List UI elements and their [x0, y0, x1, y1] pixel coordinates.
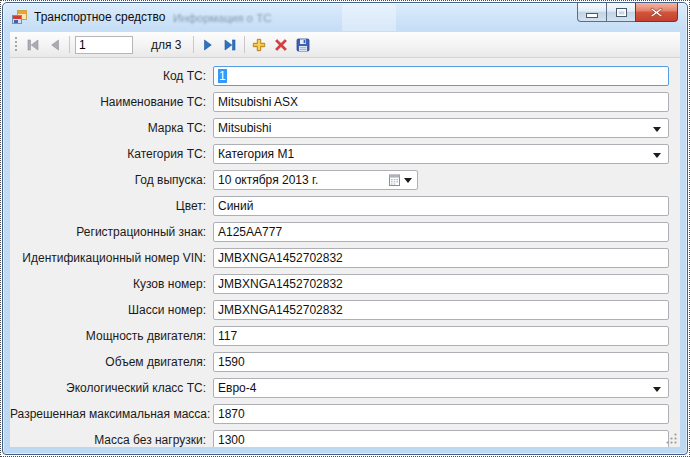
add-new-button[interactable] — [248, 34, 270, 56]
delete-x-icon — [273, 37, 289, 53]
record-count-label: для 3 — [151, 38, 182, 52]
chevron-down-icon — [404, 178, 412, 183]
toolbar-separator — [69, 36, 70, 53]
save-button[interactable] — [292, 34, 314, 56]
minimize-icon — [586, 13, 598, 18]
next-record-icon — [200, 37, 216, 53]
first-record-icon — [25, 37, 41, 53]
field-value: JMBXNGA1452702832 — [218, 303, 343, 317]
chassis-number-input[interactable]: JMBXNGA1452702832 — [213, 300, 669, 320]
field-value: Mitsubishi — [218, 121, 271, 135]
vehicle-name-input[interactable]: Mitsubishi ASX — [213, 92, 669, 112]
winforms-window-icon — [12, 10, 28, 25]
toolbar-separator — [244, 36, 245, 53]
form-row: Марка ТС: Mitsubishi — [10, 115, 680, 141]
form-row: Шасси номер: JMBXNGA1452702832 — [10, 297, 680, 323]
category-label: Категория ТС: — [10, 147, 213, 161]
field-value: Категория M1 — [218, 147, 294, 161]
registration-plate-input[interactable]: A125AA777 — [213, 222, 669, 242]
form-row: Код ТС: 1 — [10, 63, 680, 89]
move-next-button[interactable] — [197, 34, 219, 56]
last-record-icon — [222, 37, 238, 53]
max-mass-label: Разрешенная максимальная масса: — [10, 407, 213, 421]
calendar-dropdown-button[interactable] — [387, 172, 414, 188]
category-combobox[interactable]: Категория M1 — [213, 144, 669, 164]
add-plus-icon — [251, 37, 267, 53]
form-fields: Код ТС: 1 Наименование ТС: Mitsubishi AS… — [10, 59, 680, 447]
form-row: Объем двигателя: 1590 — [10, 349, 680, 375]
field-value: 117 — [218, 329, 237, 343]
vehicle-code-input[interactable]: 1 — [213, 66, 669, 86]
form-row: Идентификационный номер VIN: JMBXNGA1452… — [10, 245, 680, 271]
chevron-down-icon[interactable] — [653, 127, 661, 132]
resize-grip-icon[interactable] — [665, 432, 678, 445]
form-row: Год выпуска: 10 октября 2013 г. — [10, 167, 680, 193]
registration-plate-label: Регистрационный знак: — [10, 225, 213, 239]
year-of-issue-label: Год выпуска: — [10, 173, 213, 187]
eco-class-label: Экологический класс ТС: — [10, 381, 213, 395]
app-window: Транспортное средство Информация о ТС — [2, 2, 688, 455]
window-controls — [577, 3, 678, 22]
unladen-mass-label: Масса без нагрузки: — [10, 433, 213, 447]
unladen-mass-input[interactable]: 1300 — [213, 430, 669, 447]
field-value: 1590 — [218, 355, 245, 369]
form-row: Регистрационный знак: A125AA777 — [10, 219, 680, 245]
vehicle-code-label: Код ТС: — [10, 69, 213, 83]
maximize-icon — [616, 8, 627, 17]
calendar-icon — [389, 174, 400, 186]
color-input[interactable]: Синий — [213, 196, 669, 216]
delete-button[interactable] — [270, 34, 292, 56]
window-title: Транспортное средство — [34, 10, 166, 24]
body-number-input[interactable]: JMBXNGA1452702832 — [213, 274, 669, 294]
previous-record-icon — [47, 37, 63, 53]
form-row: Экологический класс ТС: Евро-4 — [10, 375, 680, 401]
close-button[interactable] — [635, 3, 678, 22]
field-value: Евро-4 — [218, 381, 256, 395]
field-value: JMBXNGA1452702832 — [218, 251, 343, 265]
field-value: Синий — [218, 199, 253, 213]
move-previous-button[interactable] — [44, 34, 66, 56]
chassis-number-label: Шасси номер: — [10, 303, 213, 317]
background-window-glimpse — [342, 4, 396, 31]
form-row: Кузов номер: JMBXNGA1452702832 — [10, 271, 680, 297]
field-value: Mitsubishi ASX — [218, 95, 298, 109]
engine-power-label: Мощность двигателя: — [10, 329, 213, 343]
body-number-label: Кузов номер: — [10, 277, 213, 291]
engine-volume-label: Объем двигателя: — [10, 355, 213, 369]
binding-navigator-toolbar: для 3 — [10, 32, 680, 58]
field-value: 1 — [218, 69, 227, 83]
year-of-issue-datepicker[interactable]: 10 октября 2013 г. — [213, 170, 418, 190]
move-first-button[interactable] — [22, 34, 44, 56]
form-row: Наименование ТС: Mitsubishi ASX — [10, 89, 680, 115]
vin-input[interactable]: JMBXNGA1452702832 — [213, 248, 669, 268]
form-client-area: для 3 — [10, 32, 680, 447]
form-row: Категория ТС: Категория M1 — [10, 141, 680, 167]
close-icon — [650, 7, 663, 18]
maximize-button[interactable] — [606, 3, 635, 22]
brand-combobox[interactable]: Mitsubishi — [213, 118, 669, 138]
field-value: JMBXNGA1452702832 — [218, 277, 343, 291]
eco-class-combobox[interactable]: Евро-4 — [213, 378, 669, 398]
chevron-down-icon[interactable] — [653, 387, 661, 392]
minimize-button[interactable] — [577, 3, 606, 22]
field-value: 1300 — [218, 433, 245, 447]
screenshot-frame: Транспортное средство Информация о ТС — [0, 0, 690, 457]
max-mass-input[interactable]: 1870 — [213, 404, 669, 424]
form-row: Мощность двигателя: 117 — [10, 323, 680, 349]
record-position-input[interactable] — [75, 36, 133, 54]
field-value: 1870 — [218, 407, 245, 421]
engine-power-input[interactable]: 117 — [213, 326, 669, 346]
chevron-down-icon[interactable] — [653, 153, 661, 158]
titlebar[interactable]: Транспортное средство Информация о ТС — [3, 3, 687, 32]
vehicle-name-label: Наименование ТС: — [10, 95, 213, 109]
field-value: 10 октября 2013 г. — [218, 173, 318, 187]
save-disk-icon — [295, 37, 311, 53]
engine-volume-input[interactable]: 1590 — [213, 352, 669, 372]
vin-label: Идентификационный номер VIN: — [10, 251, 213, 265]
field-value: A125AA777 — [218, 225, 282, 239]
color-label: Цвет: — [10, 199, 213, 213]
toolbar-separator — [193, 36, 194, 53]
form-row: Разрешенная максимальная масса: 1870 — [10, 401, 680, 427]
toolbar-grip[interactable] — [15, 37, 17, 53]
move-last-button[interactable] — [219, 34, 241, 56]
